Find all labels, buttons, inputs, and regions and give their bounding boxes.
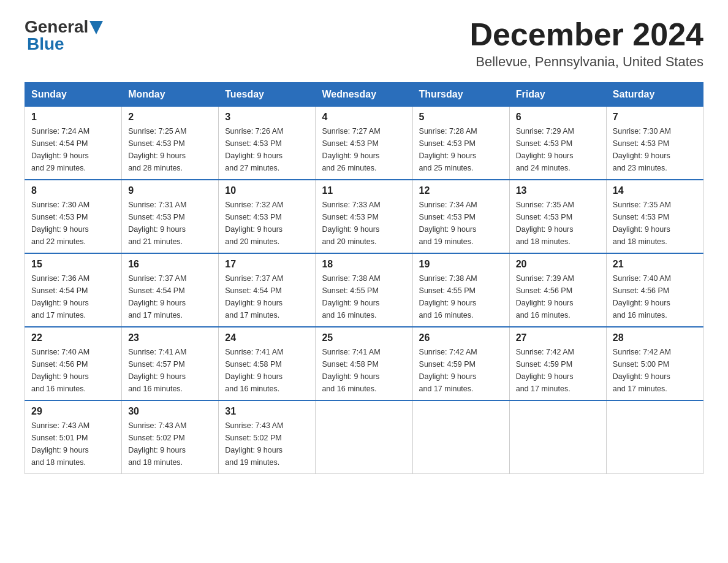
- calendar-table: SundayMondayTuesdayWednesdayThursdayFrid…: [25, 82, 703, 474]
- calendar-week-5: 29Sunrise: 7:43 AMSunset: 5:01 PMDayligh…: [25, 400, 703, 474]
- calendar-day-cell: 28Sunrise: 7:42 AMSunset: 5:00 PMDayligh…: [606, 327, 703, 400]
- day-info: Sunrise: 7:30 AMSunset: 4:53 PMDaylight:…: [31, 199, 115, 248]
- day-number: 28: [613, 332, 697, 343]
- day-number: 18: [322, 259, 406, 270]
- calendar-day-cell: 17Sunrise: 7:37 AMSunset: 4:54 PMDayligh…: [219, 253, 316, 327]
- calendar-day-cell: 10Sunrise: 7:32 AMSunset: 4:53 PMDayligh…: [219, 180, 316, 253]
- calendar-day-cell: 20Sunrise: 7:39 AMSunset: 4:56 PMDayligh…: [509, 253, 606, 327]
- weekday-header-saturday: Saturday: [606, 83, 703, 107]
- location-subtitle: Bellevue, Pennsylvania, United States: [469, 54, 703, 70]
- day-number: 9: [128, 185, 212, 196]
- calendar-day-cell: [509, 400, 606, 474]
- day-info: Sunrise: 7:40 AMSunset: 4:56 PMDaylight:…: [613, 272, 697, 321]
- day-info: Sunrise: 7:27 AMSunset: 4:53 PMDaylight:…: [322, 125, 406, 174]
- calendar-week-1: 1Sunrise: 7:24 AMSunset: 4:54 PMDaylight…: [25, 107, 703, 180]
- day-info: Sunrise: 7:35 AMSunset: 4:53 PMDaylight:…: [613, 199, 697, 248]
- logo-triangle-icon: [89, 21, 103, 34]
- calendar-day-cell: 4Sunrise: 7:27 AMSunset: 4:53 PMDaylight…: [316, 107, 412, 180]
- calendar-week-4: 22Sunrise: 7:40 AMSunset: 4:56 PMDayligh…: [25, 327, 703, 400]
- day-number: 16: [128, 259, 212, 270]
- day-info: Sunrise: 7:32 AMSunset: 4:53 PMDaylight:…: [225, 199, 309, 248]
- day-number: 29: [31, 406, 115, 417]
- day-info: Sunrise: 7:24 AMSunset: 4:54 PMDaylight:…: [31, 125, 115, 174]
- calendar-day-cell: 22Sunrise: 7:40 AMSunset: 4:56 PMDayligh…: [25, 327, 122, 400]
- day-number: 11: [322, 185, 406, 196]
- day-info: Sunrise: 7:37 AMSunset: 4:54 PMDaylight:…: [225, 272, 309, 321]
- day-info: Sunrise: 7:42 AMSunset: 4:59 PMDaylight:…: [419, 346, 503, 395]
- calendar-day-cell: 8Sunrise: 7:30 AMSunset: 4:53 PMDaylight…: [25, 180, 122, 253]
- day-info: Sunrise: 7:34 AMSunset: 4:53 PMDaylight:…: [419, 199, 503, 248]
- calendar-day-cell: 5Sunrise: 7:28 AMSunset: 4:53 PMDaylight…: [412, 107, 509, 180]
- calendar-day-cell: [316, 400, 412, 474]
- day-info: Sunrise: 7:26 AMSunset: 4:53 PMDaylight:…: [225, 125, 309, 174]
- day-number: 7: [613, 112, 697, 123]
- logo-general-text: General: [25, 18, 88, 36]
- day-info: Sunrise: 7:25 AMSunset: 4:53 PMDaylight:…: [128, 125, 212, 174]
- calendar-day-cell: 18Sunrise: 7:38 AMSunset: 4:55 PMDayligh…: [316, 253, 412, 327]
- calendar-day-cell: 16Sunrise: 7:37 AMSunset: 4:54 PMDayligh…: [122, 253, 219, 327]
- day-number: 10: [225, 185, 309, 196]
- logo-blue-text: Blue: [27, 36, 103, 53]
- month-title: December 2024: [469, 18, 703, 50]
- calendar-day-cell: 23Sunrise: 7:41 AMSunset: 4:57 PMDayligh…: [122, 327, 219, 400]
- calendar-day-cell: 19Sunrise: 7:38 AMSunset: 4:55 PMDayligh…: [412, 253, 509, 327]
- day-info: Sunrise: 7:37 AMSunset: 4:54 PMDaylight:…: [128, 272, 212, 321]
- day-info: Sunrise: 7:28 AMSunset: 4:53 PMDaylight:…: [419, 125, 503, 174]
- day-number: 22: [31, 332, 115, 343]
- calendar-day-cell: 27Sunrise: 7:42 AMSunset: 4:59 PMDayligh…: [509, 327, 606, 400]
- weekday-header-thursday: Thursday: [412, 83, 509, 107]
- day-number: 20: [516, 259, 600, 270]
- calendar-day-cell: [412, 400, 509, 474]
- svg-marker-0: [89, 21, 103, 34]
- day-info: Sunrise: 7:35 AMSunset: 4:53 PMDaylight:…: [516, 199, 600, 248]
- day-info: Sunrise: 7:43 AMSunset: 5:02 PMDaylight:…: [225, 419, 309, 469]
- page-header: General Blue December 2024 Bellevue, Pen…: [25, 18, 703, 70]
- day-info: Sunrise: 7:38 AMSunset: 4:55 PMDaylight:…: [419, 272, 503, 321]
- day-number: 4: [322, 112, 406, 123]
- calendar-day-cell: 25Sunrise: 7:41 AMSunset: 4:58 PMDayligh…: [316, 327, 412, 400]
- day-number: 3: [225, 112, 309, 123]
- day-number: 26: [419, 332, 503, 343]
- calendar-day-cell: 30Sunrise: 7:43 AMSunset: 5:02 PMDayligh…: [122, 400, 219, 474]
- calendar-day-cell: 26Sunrise: 7:42 AMSunset: 4:59 PMDayligh…: [412, 327, 509, 400]
- day-number: 27: [516, 332, 600, 343]
- day-number: 12: [419, 185, 503, 196]
- day-number: 2: [128, 112, 212, 123]
- day-info: Sunrise: 7:43 AMSunset: 5:01 PMDaylight:…: [31, 419, 115, 469]
- weekday-header-friday: Friday: [509, 83, 606, 107]
- calendar-day-cell: 3Sunrise: 7:26 AMSunset: 4:53 PMDaylight…: [219, 107, 316, 180]
- day-info: Sunrise: 7:41 AMSunset: 4:58 PMDaylight:…: [225, 346, 309, 395]
- logo: General Blue: [25, 18, 103, 53]
- day-info: Sunrise: 7:33 AMSunset: 4:53 PMDaylight:…: [322, 199, 406, 248]
- day-info: Sunrise: 7:29 AMSunset: 4:53 PMDaylight:…: [516, 125, 600, 174]
- day-info: Sunrise: 7:41 AMSunset: 4:57 PMDaylight:…: [128, 346, 212, 395]
- day-info: Sunrise: 7:38 AMSunset: 4:55 PMDaylight:…: [322, 272, 406, 321]
- day-number: 19: [419, 259, 503, 270]
- weekday-header-wednesday: Wednesday: [316, 83, 412, 107]
- day-number: 8: [31, 185, 115, 196]
- weekday-header-tuesday: Tuesday: [219, 83, 316, 107]
- weekday-header-row: SundayMondayTuesdayWednesdayThursdayFrid…: [25, 83, 703, 107]
- title-area: December 2024 Bellevue, Pennsylvania, Un…: [469, 18, 703, 70]
- calendar-day-cell: 6Sunrise: 7:29 AMSunset: 4:53 PMDaylight…: [509, 107, 606, 180]
- day-info: Sunrise: 7:43 AMSunset: 5:02 PMDaylight:…: [128, 419, 212, 469]
- calendar-day-cell: 2Sunrise: 7:25 AMSunset: 4:53 PMDaylight…: [122, 107, 219, 180]
- day-number: 14: [613, 185, 697, 196]
- calendar-day-cell: 24Sunrise: 7:41 AMSunset: 4:58 PMDayligh…: [219, 327, 316, 400]
- day-number: 21: [613, 259, 697, 270]
- day-number: 6: [516, 112, 600, 123]
- calendar-day-cell: 31Sunrise: 7:43 AMSunset: 5:02 PMDayligh…: [219, 400, 316, 474]
- calendar-day-cell: 9Sunrise: 7:31 AMSunset: 4:53 PMDaylight…: [122, 180, 219, 253]
- calendar-day-cell: 12Sunrise: 7:34 AMSunset: 4:53 PMDayligh…: [412, 180, 509, 253]
- day-info: Sunrise: 7:42 AMSunset: 4:59 PMDaylight:…: [516, 346, 600, 395]
- calendar-day-cell: 1Sunrise: 7:24 AMSunset: 4:54 PMDaylight…: [25, 107, 122, 180]
- day-info: Sunrise: 7:30 AMSunset: 4:53 PMDaylight:…: [613, 125, 697, 174]
- day-number: 30: [128, 406, 212, 417]
- day-number: 15: [31, 259, 115, 270]
- day-number: 31: [225, 406, 309, 417]
- day-number: 23: [128, 332, 212, 343]
- calendar-day-cell: 29Sunrise: 7:43 AMSunset: 5:01 PMDayligh…: [25, 400, 122, 474]
- weekday-header-sunday: Sunday: [25, 83, 122, 107]
- calendar-day-cell: 7Sunrise: 7:30 AMSunset: 4:53 PMDaylight…: [606, 107, 703, 180]
- day-info: Sunrise: 7:42 AMSunset: 5:00 PMDaylight:…: [613, 346, 697, 395]
